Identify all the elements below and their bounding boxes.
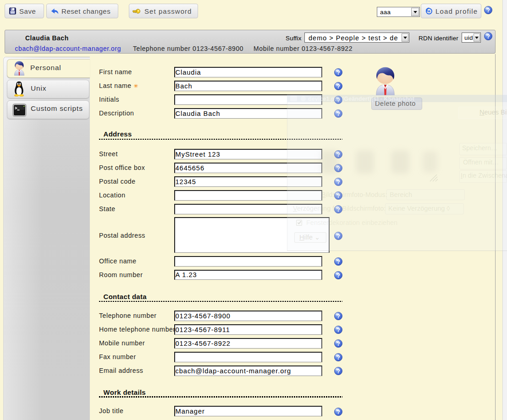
svg-text:?: ? (486, 33, 490, 40)
svg-text:?: ? (486, 7, 490, 14)
